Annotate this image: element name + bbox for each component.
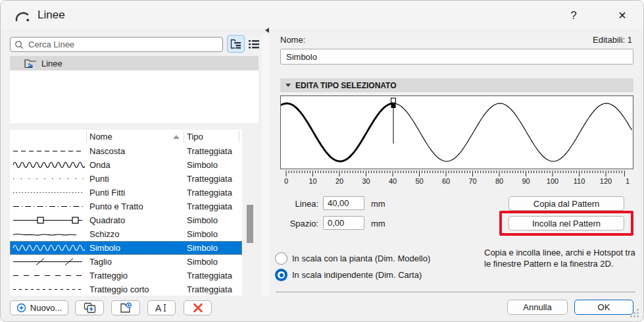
tree-view-toggle[interactable] xyxy=(227,35,245,53)
paste-to-pattern-button[interactable]: Incolla nel Pattern xyxy=(508,216,624,230)
svg-text:20: 20 xyxy=(335,177,343,185)
window-title: Linee xyxy=(37,9,65,22)
spazio-input[interactable] xyxy=(323,216,364,230)
list-row[interactable]: Punti Fitti Tratteggiata xyxy=(10,186,242,200)
svg-text:40: 40 xyxy=(389,177,397,185)
help-button[interactable]: ? xyxy=(564,6,583,26)
list-rows: Nascosta Tratteggiata Onda Simbolo Punti… xyxy=(10,144,242,296)
row-name: Tratteggio corto xyxy=(89,284,149,294)
radio-model-scale-label: In scala con la pianta (Dim. Modello) xyxy=(292,254,430,263)
list-row[interactable]: Simbolo Simbolo xyxy=(10,241,242,255)
delete-x-icon xyxy=(193,303,203,313)
new-button-label: Nuovo... xyxy=(30,303,62,313)
line-preview xyxy=(11,282,85,296)
pattern-preview[interactable] xyxy=(280,95,633,169)
close-button[interactable]: ✕ xyxy=(611,6,633,26)
flat-list-view-icon xyxy=(248,39,260,49)
svg-text:100: 100 xyxy=(547,177,558,185)
tree-root-label: Linee xyxy=(41,59,62,68)
panel-splitter[interactable] xyxy=(262,35,270,296)
svg-text:110: 110 xyxy=(574,177,585,185)
edit-section-header[interactable]: EDITA TIPO SELEZIONATO xyxy=(280,78,633,92)
row-type: Simbolo xyxy=(187,215,218,225)
list-row[interactable]: Punto e Tratto Tratteggiata xyxy=(10,200,242,213)
rename-button[interactable]: A xyxy=(147,300,176,315)
linea-unit: mm xyxy=(371,199,385,209)
folder-tree-view-icon xyxy=(230,39,242,49)
svg-text:0: 0 xyxy=(284,177,288,185)
row-type: Simbolo xyxy=(187,160,218,170)
row-type: Simbolo xyxy=(187,229,218,239)
copy-from-pattern-button[interactable]: Copia dal Pattern xyxy=(508,196,624,211)
list-row[interactable]: Quadrato Simbolo xyxy=(10,213,242,227)
list-row[interactable]: Taglio Simbolo xyxy=(10,255,242,269)
plus-circle-icon xyxy=(16,303,26,313)
pattern-marker-handle xyxy=(391,98,396,144)
row-name: Punto e Tratto xyxy=(89,201,143,211)
row-name: Schizzo xyxy=(89,229,120,239)
row-name: Taglio xyxy=(89,257,112,267)
row-type: Tratteggiata xyxy=(187,174,232,184)
name-input[interactable] xyxy=(280,49,633,65)
duplicate-icon xyxy=(84,302,96,313)
delete-button[interactable] xyxy=(184,300,212,315)
footer-divider xyxy=(276,292,635,292)
svg-text:50: 50 xyxy=(415,177,423,185)
row-name: Quadrato xyxy=(89,215,125,225)
pattern-wave xyxy=(281,96,633,169)
radio-paper-scale-label: In scala indipendente (Dim. Carta) xyxy=(292,270,422,280)
list-row[interactable]: Punti Tratteggiata xyxy=(10,172,242,186)
row-name: Punti xyxy=(89,174,109,184)
name-label: Nome: xyxy=(280,35,305,45)
row-type: Simbolo xyxy=(187,243,218,253)
row-type: Tratteggiata xyxy=(187,146,232,156)
radio-paper-scale[interactable] xyxy=(275,269,287,281)
linee-dialog: Linee ? ✕ xyxy=(0,0,644,322)
list-row[interactable]: Schizzo Simbolo xyxy=(10,227,242,241)
svg-text:1: 1 xyxy=(626,177,630,185)
row-type: Simbolo xyxy=(187,257,218,267)
radio-model-scale[interactable] xyxy=(275,252,287,265)
new-button[interactable]: Nuovo... xyxy=(10,300,68,315)
edit-section-title: EDITA TIPO SELEZIONATO xyxy=(295,81,397,90)
list-view-toggle[interactable] xyxy=(246,36,262,52)
pattern-ruler: 01020304050607080901001101201 xyxy=(280,170,633,185)
ok-button[interactable]: OK xyxy=(574,300,633,315)
line-tool-icon xyxy=(14,7,30,24)
scrollbar-thumb[interactable] xyxy=(247,205,253,243)
folder-tree-panel: Linee xyxy=(10,56,259,123)
lines-folder-icon xyxy=(24,59,37,68)
column-header-type[interactable]: Tipo xyxy=(187,132,203,142)
svg-text:30: 30 xyxy=(362,177,370,185)
line-types-list: Nome Tipo Nascosta Tratteggiata Onda Sim… xyxy=(10,130,242,296)
linea-label: Linea: xyxy=(267,199,318,209)
row-name: Punti Fitti xyxy=(89,188,125,198)
search-field[interactable] xyxy=(10,37,223,52)
rename-icon: A xyxy=(155,303,169,313)
list-row[interactable]: Tratteggio Tratteggiata xyxy=(10,269,242,282)
row-name: Simbolo xyxy=(89,243,120,253)
hint-text: Copia e incolla linee, archi e Hotspot t… xyxy=(484,247,637,269)
svg-text:10: 10 xyxy=(309,177,316,185)
new-folder-button[interactable] xyxy=(111,300,140,315)
duplicate-button[interactable] xyxy=(75,300,104,315)
row-type: Tratteggiata xyxy=(187,188,232,198)
column-header-name[interactable]: Nome xyxy=(89,132,112,142)
row-type: Tratteggiata xyxy=(187,201,232,211)
linea-input[interactable] xyxy=(323,196,364,210)
tree-root-item[interactable]: Linee xyxy=(10,56,259,70)
row-name: Nascosta xyxy=(89,146,125,156)
splitter-collapse-icon[interactable] xyxy=(265,28,269,33)
cancel-button[interactable]: Annulla xyxy=(507,300,568,315)
list-header: Nome Tipo xyxy=(10,130,242,144)
search-icon xyxy=(14,40,24,49)
resize-grip[interactable] xyxy=(629,308,639,318)
spazio-label: Spazio: xyxy=(267,219,318,228)
search-input[interactable] xyxy=(27,39,218,50)
svg-text:60: 60 xyxy=(442,177,450,185)
row-type: Tratteggiata xyxy=(187,284,232,294)
list-row[interactable]: Tratteggio corto Tratteggiata xyxy=(10,282,242,296)
list-row[interactable]: Nascosta Tratteggiata xyxy=(10,144,242,158)
list-row[interactable]: Onda Simbolo xyxy=(10,158,242,172)
svg-text:120: 120 xyxy=(600,177,612,185)
